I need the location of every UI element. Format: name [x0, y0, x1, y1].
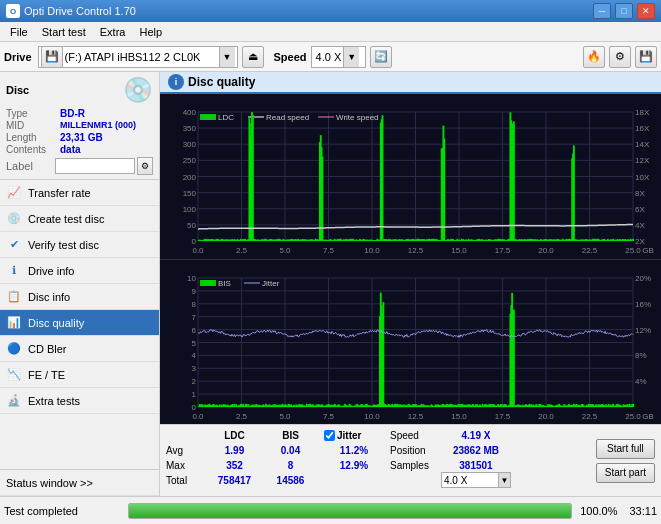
- transfer-rate-icon: 📈: [6, 185, 22, 201]
- nav-fe-te[interactable]: 📉 FE / TE: [0, 362, 159, 388]
- nav-disc-quality-label: Disc quality: [28, 317, 84, 329]
- nav-drive-info[interactable]: ℹ Drive info: [0, 258, 159, 284]
- charts-inner: [160, 94, 661, 424]
- status-text: Test completed: [4, 505, 124, 517]
- disc-label-row: Label ⚙: [6, 157, 153, 175]
- drive-select[interactable]: 💾 (F:) ATAPI iHBS112 2 CL0K ▼: [38, 46, 238, 68]
- progress-bar-fill: [129, 504, 571, 518]
- status-window-item[interactable]: Status window >>: [0, 470, 159, 496]
- nav-create-test-disc[interactable]: 💿 Create test disc: [0, 206, 159, 232]
- max-jitter: 12.9%: [324, 460, 384, 471]
- position-label: Position: [390, 445, 440, 456]
- drive-dropdown-arrow[interactable]: ▼: [219, 47, 235, 67]
- nav-cd-bler[interactable]: 🔵 CD Bler: [0, 336, 159, 362]
- speed-value: 4.0 X: [314, 51, 344, 63]
- speed-select-container[interactable]: 4.0 X ▼: [441, 472, 511, 488]
- progress-bar-container: [128, 503, 572, 519]
- nav-disc-info[interactable]: 📋 Disc info: [0, 284, 159, 310]
- nav-disc-info-label: Disc info: [28, 291, 70, 303]
- disc-length-value: 23,31 GB: [60, 132, 103, 143]
- speed-dropdown-arrow[interactable]: ▼: [343, 47, 359, 67]
- nav-verify-test-disc-label: Verify test disc: [28, 239, 99, 251]
- disc-type-row: Type BD-R: [6, 108, 153, 119]
- bis-header: BIS: [263, 430, 318, 441]
- stats-area: LDC BIS Avg 1.99 0.04 Max 352 8 Total 75…: [160, 424, 661, 496]
- samples-label: Samples: [390, 460, 440, 471]
- verify-test-disc-icon: ✔: [6, 237, 22, 253]
- avg-label: Avg: [166, 445, 206, 456]
- nav-extra-tests-label: Extra tests: [28, 395, 80, 407]
- nav-extra-tests[interactable]: 🔬 Extra tests: [0, 388, 159, 414]
- menu-extra[interactable]: Extra: [94, 24, 132, 40]
- ldc-header: LDC: [207, 430, 262, 441]
- disc-panel: Disc 💿 Type BD-R MID MILLENMR1 (000) Len…: [0, 72, 159, 180]
- disc-label-button[interactable]: ⚙: [137, 157, 153, 175]
- jitter-checkbox[interactable]: [324, 430, 335, 441]
- disc-length-row: Length 23,31 GB: [6, 132, 153, 143]
- app-title: Opti Drive Control 1.70: [24, 5, 136, 17]
- status-section: Status window >>: [0, 469, 159, 496]
- main-layout: Disc 💿 Type BD-R MID MILLENMR1 (000) Len…: [0, 72, 661, 496]
- disc-quality-icon: 📊: [6, 315, 22, 331]
- disc-type-value: BD-R: [60, 108, 85, 119]
- close-button[interactable]: ✕: [637, 3, 655, 19]
- create-test-disc-icon: 💿: [6, 211, 22, 227]
- menu-file[interactable]: File: [4, 24, 34, 40]
- disc-graphic-icon: 💿: [123, 76, 153, 104]
- disc-info-icon: 📋: [6, 289, 22, 305]
- nav-transfer-rate-label: Transfer rate: [28, 187, 91, 199]
- disc-type-label: Type: [6, 108, 60, 119]
- position-value: 23862 MB: [441, 445, 511, 456]
- sidebar: Disc 💿 Type BD-R MID MILLENMR1 (000) Len…: [0, 72, 160, 496]
- settings-button[interactable]: ⚙: [609, 46, 631, 68]
- drive-info-icon: ℹ: [6, 263, 22, 279]
- fe-te-icon: 📉: [6, 367, 22, 383]
- jitter-checkbox-row: Jitter: [324, 430, 384, 441]
- bottom-chart-container: [160, 260, 661, 425]
- stats-table: LDC BIS Avg 1.99 0.04 Max 352 8 Total 75…: [166, 428, 318, 487]
- speed-stat-value: 4.19 X: [441, 430, 511, 441]
- save-button[interactable]: 💾: [635, 46, 657, 68]
- avg-ldc: 1.99: [207, 445, 262, 456]
- drive-icon: 💾: [41, 46, 63, 68]
- speed-select[interactable]: 4.0 X ▼: [311, 46, 366, 68]
- speed-select-dropdown[interactable]: ▼: [498, 473, 510, 487]
- title-bar-controls[interactable]: ─ □ ✕: [593, 3, 655, 19]
- menu-help[interactable]: Help: [133, 24, 168, 40]
- max-bis: 8: [263, 460, 318, 471]
- total-label: Total: [166, 475, 206, 486]
- max-label: Max: [166, 460, 206, 471]
- total-ldc: 758417: [207, 475, 262, 486]
- burn-button[interactable]: 🔥: [583, 46, 605, 68]
- toolbar: Drive 💾 (F:) ATAPI iHBS112 2 CL0K ▼ ⏏ Sp…: [0, 42, 661, 72]
- jitter-header: Jitter: [337, 430, 361, 441]
- disc-mid-row: MID MILLENMR1 (000): [6, 120, 153, 131]
- nav-section: 📈 Transfer rate 💿 Create test disc ✔ Ver…: [0, 180, 159, 469]
- disc-title: Disc: [6, 84, 29, 96]
- nav-disc-quality[interactable]: 📊 Disc quality: [0, 310, 159, 336]
- maximize-button[interactable]: □: [615, 3, 633, 19]
- total-bis: 14586: [263, 475, 318, 486]
- nav-transfer-rate[interactable]: 📈 Transfer rate: [0, 180, 159, 206]
- bis-chart: [160, 260, 661, 425]
- menu-bar: File Start test Extra Help: [0, 22, 661, 42]
- disc-label-input[interactable]: [55, 158, 135, 174]
- start-part-button[interactable]: Start part: [596, 463, 655, 483]
- nav-verify-test-disc[interactable]: ✔ Verify test disc: [0, 232, 159, 258]
- jitter-section: Jitter 11.2% 12.9%: [324, 428, 384, 487]
- menu-start-test[interactable]: Start test: [36, 24, 92, 40]
- quality-header: i Disc quality: [160, 72, 661, 94]
- quality-title: Disc quality: [188, 75, 255, 89]
- disc-label-label: Label: [6, 160, 53, 172]
- eject-button[interactable]: ⏏: [242, 46, 264, 68]
- cd-bler-icon: 🔵: [6, 341, 22, 357]
- minimize-button[interactable]: ─: [593, 3, 611, 19]
- info-section: Speed 4.19 X Position 23862 MB Samples 3…: [390, 428, 590, 487]
- nav-drive-info-label: Drive info: [28, 265, 74, 277]
- disc-panel-header: Disc 💿: [6, 76, 153, 104]
- start-full-button[interactable]: Start full: [596, 439, 655, 459]
- avg-jitter: 11.2%: [324, 445, 384, 456]
- action-buttons: Start full Start part: [596, 428, 655, 493]
- refresh-button[interactable]: 🔄: [370, 46, 392, 68]
- nav-fe-te-label: FE / TE: [28, 369, 65, 381]
